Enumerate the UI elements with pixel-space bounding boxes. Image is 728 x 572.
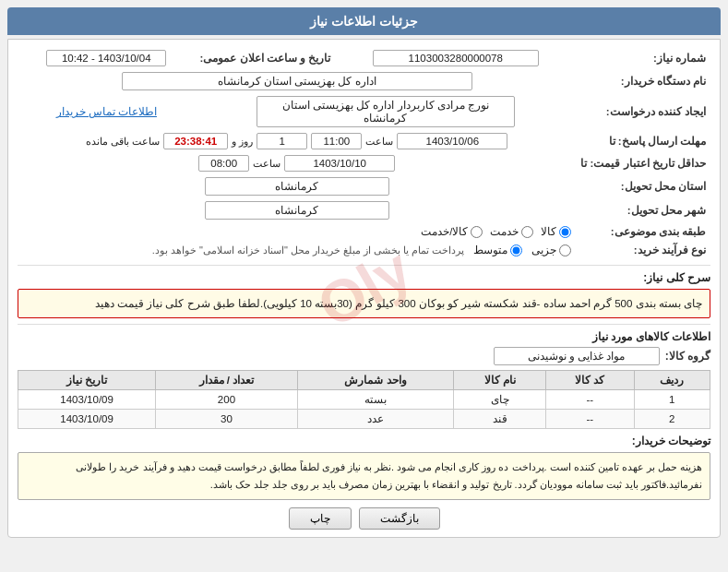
products-title: اطلاعات کالاهای مورد نیاز (18, 330, 710, 343)
products-table: ردیف کد کالا نام کالا واحد شمارش تعداد /… (18, 370, 710, 429)
price-deadline-label: حداقل تاریخ اعتبار قیمت: تا (576, 152, 710, 174)
category-service-radio[interactable] (521, 226, 533, 238)
cell-name: قند (454, 410, 546, 429)
notes-title: توضیحات خریدار: (18, 435, 710, 447)
cell-unit: بسته (297, 390, 454, 410)
response-date: 1403/10/06 (397, 133, 507, 149)
city-label: شهر محل تحویل: (576, 198, 710, 222)
purchase-type-note: پرداخت تمام یا بخشی از مبلغ خریدار محل "… (152, 244, 465, 256)
cell-row: 2 (634, 410, 710, 429)
col-row: ردیف (634, 371, 710, 390)
response-remaining-unit: روز و (232, 136, 253, 148)
col-qty: تعداد / مقدار (156, 371, 297, 390)
need-number-value: 1103003280000078 (373, 50, 539, 66)
price-time: 08:00 (198, 155, 249, 172)
category-goods-service[interactable]: کالا/خدمت (421, 225, 483, 238)
response-deadline-label: مهلت ارسال پاسخ: تا (576, 130, 710, 152)
buyer-value: اداره کل بهزیستی استان کرمانشاه (122, 72, 472, 90)
table-row: 2--قندعدد301403/10/09 (18, 410, 710, 429)
category-gs-radio[interactable] (471, 226, 483, 238)
pt-part[interactable]: جزیی (531, 244, 571, 256)
narration-title: سرح کلی نیاز: (18, 271, 710, 284)
response-clock: 23:38:41 (163, 133, 228, 149)
col-date: تاریخ نیاز (18, 371, 156, 390)
narration-text: چای بسته بندی 500 گرم احمد ساده -قند شکس… (18, 289, 710, 318)
print-button[interactable]: چاپ (289, 507, 352, 530)
pt-medium-label: متوسط (473, 244, 507, 256)
cell-qty: 30 (156, 410, 297, 429)
group-value: مواد غذایی و نوشیدنی (494, 347, 660, 365)
category-goods[interactable]: کالا (541, 225, 571, 238)
response-remaining: 1 (257, 133, 307, 149)
creator-value: نورج مرادی کاربردار اداره کل بهزیستی است… (257, 96, 515, 127)
category-label: طبقه بندی موضوعی: (576, 222, 710, 241)
cell-unit: عدد (297, 410, 454, 429)
province-value: کرمانشاه (205, 177, 389, 196)
creator-label: ایجاد کننده درخواست: (576, 93, 710, 130)
cell-date: 1403/10/09 (18, 390, 156, 410)
category-service-label: خدمت (490, 225, 519, 238)
table-row: 1--چایبسته2001403/10/09 (18, 390, 710, 410)
province-label: استان محل تحویل: (576, 174, 710, 198)
category-goods-radio[interactable] (559, 226, 571, 238)
pt-medium[interactable]: متوسط (473, 244, 522, 256)
cell-qty: 200 (156, 390, 297, 410)
back-button[interactable]: بازگشت (359, 507, 440, 530)
date-value: 1403/10/04 - 10:42 (46, 50, 166, 66)
category-service[interactable]: خدمت (490, 225, 533, 238)
category-goods-label: کالا (541, 225, 556, 238)
pt-medium-radio[interactable] (510, 244, 522, 256)
response-time-label: ساعت (365, 136, 393, 148)
group-label: گروه کالا: (665, 350, 710, 363)
cell-code: -- (546, 410, 635, 429)
category-gs-label: کالا/خدمت (421, 225, 468, 238)
cell-date: 1403/10/09 (18, 410, 156, 429)
cell-row: 1 (634, 390, 710, 410)
col-name: نام کالا (454, 371, 546, 390)
cell-name: چای (454, 390, 546, 410)
price-date: 1403/10/10 (284, 155, 395, 172)
pt-part-label: جزیی (531, 244, 556, 256)
city-value: کرمانشاه (205, 201, 389, 220)
purchase-type-label: نوع فرآیند خرید: (576, 241, 710, 259)
buyer-label: نام دستگاه خریدار: (576, 69, 710, 93)
date-label: تاریخ و ساعت اعلان عمومی: (196, 47, 336, 69)
need-number-label: شماره نیاز: (576, 47, 710, 69)
col-unit: واحد شمارش (297, 371, 454, 390)
col-code: کد کالا (546, 371, 635, 390)
response-clock-suffix: ساعت باقی مانده (86, 136, 160, 148)
notes-text: هزینه حمل بر عهده تامین کننده است .پرداخ… (18, 452, 710, 499)
page-title: جزئیات اطلاعات نیاز (7, 7, 721, 35)
price-time-label: ساعت (253, 158, 280, 170)
creator-contact-link[interactable]: اطلاعات تماس خریدار (56, 106, 157, 117)
response-time: 11:00 (311, 133, 362, 149)
cell-code: -- (546, 390, 635, 410)
pt-part-radio[interactable] (559, 244, 571, 256)
